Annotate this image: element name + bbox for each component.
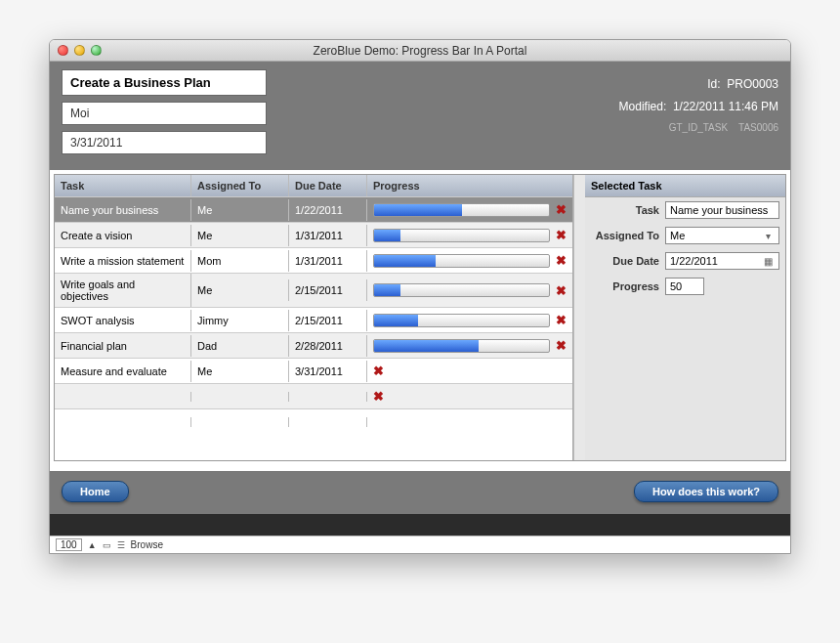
- cell-assigned[interactable]: Dad: [191, 335, 289, 357]
- table-row[interactable]: Financial planDad2/28/2011✖: [55, 332, 572, 358]
- table-row[interactable]: [55, 408, 572, 434]
- progress-bar: [373, 254, 550, 268]
- col-header-progress[interactable]: Progress: [367, 175, 572, 196]
- table-header: Task Assigned To Due Date Progress: [55, 175, 572, 196]
- table-row[interactable]: Write a mission statementMom1/31/2011✖: [55, 247, 572, 273]
- cell-task[interactable]: Financial plan: [55, 335, 191, 357]
- cell-progress: ✖: [367, 384, 572, 408]
- id-label: Id:: [707, 77, 720, 91]
- cell-task[interactable]: Write a mission statement: [55, 250, 191, 272]
- cell-assigned[interactable]: [191, 417, 289, 427]
- cell-task[interactable]: SWOT analysis: [55, 310, 191, 331]
- delete-icon[interactable]: ✖: [556, 283, 567, 298]
- cell-progress: ✖: [367, 359, 572, 383]
- selected-task-header: Selected Task: [585, 175, 785, 197]
- sp-label-task: Task: [591, 204, 659, 216]
- app-window: ZeroBlue Demo: Progress Bar In A Portal …: [49, 39, 791, 554]
- table-row[interactable]: Measure and evaluateMe3/31/2011✖: [55, 358, 572, 383]
- delete-icon[interactable]: ✖: [373, 364, 384, 378]
- calendar-icon[interactable]: ▦: [761, 256, 775, 267]
- mountain-icon[interactable]: ▲: [88, 540, 97, 550]
- home-button[interactable]: Home: [62, 481, 129, 502]
- cell-task[interactable]: Create a vision: [55, 225, 191, 246]
- table-row[interactable]: Name your businessMe1/22/2011✖: [55, 196, 572, 222]
- table-row[interactable]: Write goals and objectivesMe2/15/2011✖: [55, 273, 572, 307]
- cell-assigned[interactable]: Me: [191, 361, 289, 382]
- plan-title-field[interactable]: Create a Business Plan: [62, 69, 267, 96]
- delete-icon[interactable]: ✖: [556, 338, 567, 353]
- progress-bar: [373, 229, 550, 242]
- sp-task-field[interactable]: Name your business: [665, 201, 779, 219]
- col-header-task[interactable]: Task: [55, 175, 191, 196]
- modified-value: 1/22/2011 11:46 PM: [673, 100, 778, 113]
- sp-label-progress: Progress: [591, 280, 659, 292]
- modified-label: Modified:: [619, 100, 667, 113]
- scrollbar[interactable]: [573, 175, 585, 460]
- sp-assigned-dropdown[interactable]: Me ▾: [665, 227, 779, 244]
- col-header-assigned[interactable]: Assigned To: [191, 175, 289, 196]
- dark-strip: [50, 514, 790, 536]
- cell-due[interactable]: 1/31/2011: [289, 250, 367, 272]
- zoom-level[interactable]: 100: [56, 538, 82, 551]
- sp-progress-field[interactable]: 50: [665, 278, 704, 295]
- progress-bar: [373, 314, 550, 327]
- cell-task[interactable]: Measure and evaluate: [55, 361, 191, 382]
- cell-assigned[interactable]: Me: [191, 225, 289, 246]
- id-value: PRO0003: [727, 77, 778, 91]
- col-header-due[interactable]: Due Date: [289, 175, 367, 196]
- mode-label: Browse: [131, 539, 163, 550]
- cell-progress: [367, 417, 572, 427]
- window-title: ZeroBlue Demo: Progress Bar In A Portal: [50, 44, 790, 58]
- cell-progress: ✖: [367, 248, 572, 273]
- cell-due[interactable]: 2/15/2011: [289, 279, 367, 301]
- cell-task[interactable]: [55, 417, 191, 427]
- sp-due-field[interactable]: 1/22/2011 ▦: [665, 252, 779, 270]
- cell-due[interactable]: 2/28/2011: [289, 335, 367, 357]
- layout-icon[interactable]: ▭: [103, 540, 111, 550]
- table-body: Name your businessMe1/22/2011✖Create a v…: [55, 196, 572, 460]
- cell-assigned[interactable]: Jimmy: [191, 310, 289, 331]
- sp-label-due: Due Date: [591, 255, 659, 267]
- cell-due[interactable]: 3/31/2011: [289, 361, 367, 382]
- tasks-table: Task Assigned To Due Date Progress Name …: [55, 175, 573, 460]
- table-row[interactable]: Create a visionMe1/31/2011✖: [55, 222, 572, 247]
- progress-bar: [373, 339, 550, 353]
- cell-task[interactable]: Name your business: [55, 199, 191, 221]
- footer-bar: Home How does this work?: [50, 471, 790, 514]
- gt-id-label: GT_ID_TASK: [669, 122, 728, 133]
- cell-progress: ✖: [367, 333, 572, 358]
- cell-due[interactable]: [289, 417, 367, 427]
- delete-icon[interactable]: ✖: [556, 313, 567, 327]
- status-bar: 100 ▲ ▭ ☰ Browse: [50, 536, 790, 553]
- delete-icon[interactable]: ✖: [556, 202, 567, 217]
- plan-date-field[interactable]: 3/31/2011: [62, 131, 267, 154]
- header-bar: Create a Business Plan Moi 3/31/2011 Id:…: [50, 62, 790, 170]
- cell-due[interactable]: 1/22/2011: [289, 199, 367, 221]
- cell-task[interactable]: Write goals and objectives: [55, 274, 191, 307]
- cell-due[interactable]: 2/15/2011: [289, 310, 367, 331]
- progress-bar: [373, 283, 550, 297]
- list-icon[interactable]: ☰: [117, 540, 125, 550]
- cell-assigned[interactable]: Me: [191, 199, 289, 221]
- sp-label-assigned: Assigned To: [591, 230, 659, 241]
- cell-assigned[interactable]: Me: [191, 279, 289, 301]
- cell-due[interactable]: 1/31/2011: [289, 225, 367, 246]
- cell-progress: ✖: [367, 223, 572, 247]
- delete-icon[interactable]: ✖: [373, 389, 384, 404]
- plan-owner-field[interactable]: Moi: [62, 102, 267, 125]
- cell-progress: ✖: [367, 308, 572, 332]
- selected-task-panel: Selected Task Task Name your business As…: [585, 175, 785, 460]
- delete-icon[interactable]: ✖: [556, 253, 567, 268]
- help-button[interactable]: How does this work?: [634, 481, 778, 502]
- delete-icon[interactable]: ✖: [556, 228, 567, 242]
- window-titlebar[interactable]: ZeroBlue Demo: Progress Bar In A Portal: [50, 40, 790, 62]
- gt-id-value: TAS0006: [738, 122, 778, 133]
- cell-progress: ✖: [367, 279, 572, 303]
- cell-task[interactable]: [55, 392, 191, 402]
- cell-assigned[interactable]: Mom: [191, 250, 289, 272]
- chevron-down-icon: ▾: [761, 231, 775, 241]
- cell-assigned[interactable]: [191, 392, 289, 402]
- cell-due[interactable]: [289, 392, 367, 402]
- table-row[interactable]: SWOT analysisJimmy2/15/2011✖: [55, 307, 572, 332]
- table-row[interactable]: ✖: [55, 383, 572, 408]
